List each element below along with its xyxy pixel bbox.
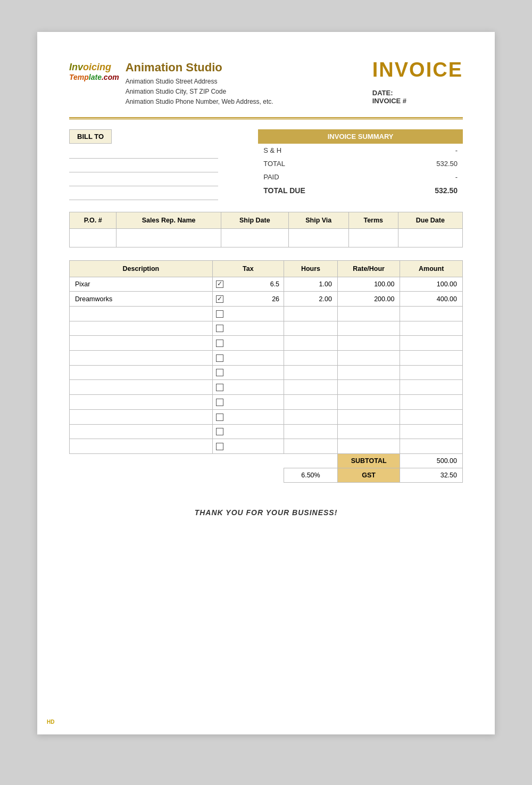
item-5-rate: [337, 336, 400, 351]
logo-oicing-text: oicing: [83, 62, 111, 72]
order-data-row: [70, 228, 463, 247]
gst-pct-val: 6.50%: [284, 468, 338, 483]
item-5-amount: [400, 336, 463, 351]
item-6-cb: [212, 351, 248, 366]
item-row-2: Dreamworks 26 2.00 200.00 400.00: [70, 292, 463, 307]
item-3-cb: [212, 306, 248, 321]
item-5-hours: [284, 336, 338, 351]
item-1-amount: 100.00: [400, 277, 463, 292]
header-right: INVOICE DATE: INVOICE #: [372, 59, 463, 105]
item-10-tax-val: [248, 409, 284, 424]
item-8-checkbox[interactable]: [216, 384, 223, 391]
item-9-cb: [212, 395, 248, 410]
summary-row-paid: PAID -: [258, 170, 463, 184]
logo-late-text: late: [89, 73, 102, 81]
subtotal-row: SUBTOTAL 500.00: [70, 454, 463, 468]
item-11-tax-val: [248, 424, 284, 439]
logo-temp-text: Temp: [69, 73, 89, 81]
item-7-amount: [400, 365, 463, 380]
item-1-tax-val: 6.5: [248, 277, 284, 292]
item-4-tax-val: [248, 321, 284, 336]
item-5-cb: [212, 336, 248, 351]
item-5-checkbox[interactable]: [216, 340, 223, 347]
item-4-hours: [284, 321, 338, 336]
subtotal-empty2: [284, 454, 338, 468]
subtotal-label: SUBTOTAL: [337, 454, 400, 468]
bill-summary-row: BILL TO INVOICE SUMMARY S & H - TOTAL: [69, 129, 463, 200]
item-row-5: [70, 336, 463, 351]
item-row-11: [70, 424, 463, 439]
company-city: Animation Studio City, ST ZIP Code: [126, 87, 273, 97]
item-12-rate: [337, 439, 400, 454]
item-6-checkbox[interactable]: [216, 354, 223, 362]
item-7-cb: [212, 365, 248, 380]
bill-to-line-1: [69, 149, 218, 159]
order-th-sales: Sales Rep. Name: [117, 212, 221, 228]
summary-paid-label: PAID: [258, 170, 383, 184]
item-10-cb: [212, 409, 248, 424]
item-7-checkbox[interactable]: [216, 369, 223, 376]
item-3-rate: [337, 306, 400, 321]
item-7-hours: [284, 365, 338, 380]
items-th-rate: Rate/Hour: [337, 260, 400, 277]
summary-sh-label: S & H: [258, 144, 383, 157]
item-10-checkbox[interactable]: [216, 414, 223, 421]
item-8-tax-val: [248, 380, 284, 395]
item-9-desc: [70, 395, 213, 410]
order-shipdate-val: [221, 228, 288, 247]
item-6-rate: [337, 351, 400, 366]
order-th-duedate: Due Date: [398, 212, 462, 228]
item-12-cb: [212, 439, 248, 454]
item-7-tax-val: [248, 365, 284, 380]
items-th-desc: Description: [70, 260, 213, 277]
logo-invoicing: Invoicing: [69, 62, 119, 73]
item-11-hours: [284, 424, 338, 439]
item-11-checkbox[interactable]: [216, 428, 223, 435]
summary-paid-value: -: [383, 170, 463, 184]
items-table-wrap: Description Tax Hours Rate/Hour Amount P…: [69, 260, 463, 483]
invoice-summary-block: INVOICE SUMMARY S & H - TOTAL 532.50 PAI…: [258, 129, 463, 197]
item-row-4: [70, 321, 463, 336]
subtotal-value: 500.00: [400, 454, 463, 468]
item-2-hours: 2.00: [284, 292, 338, 307]
bill-to-line-2: [69, 163, 218, 172]
item-4-checkbox[interactable]: [216, 325, 223, 332]
item-3-amount: [400, 306, 463, 321]
order-th-shipdate: Ship Date: [221, 212, 288, 228]
item-12-checkbox[interactable]: [216, 443, 223, 450]
item-12-amount: [400, 439, 463, 454]
item-4-cb: [212, 321, 248, 336]
order-table-wrap: P.O. # Sales Rep. Name Ship Date Ship Vi…: [69, 212, 463, 247]
items-header-row: Description Tax Hours Rate/Hour Amount: [70, 260, 463, 277]
order-th-terms: Terms: [348, 212, 398, 228]
item-12-desc: [70, 439, 213, 454]
invoice-summary-header: INVOICE SUMMARY: [258, 129, 463, 144]
date-label: DATE:: [372, 89, 393, 97]
item-1-hours: 1.00: [284, 277, 338, 292]
item-2-checkbox[interactable]: [216, 295, 223, 303]
item-1-checkbox[interactable]: [216, 280, 223, 288]
invoice-summary-table: S & H - TOTAL 532.50 PAID - TOTAL DUE 53…: [258, 144, 463, 197]
order-shipvia-val: [288, 228, 348, 247]
item-12-hours: [284, 439, 338, 454]
item-8-desc: [70, 380, 213, 395]
item-3-checkbox[interactable]: [216, 310, 223, 318]
item-row-3: [70, 306, 463, 321]
item-6-amount: [400, 351, 463, 366]
item-8-hours: [284, 380, 338, 395]
date-row: DATE:: [372, 89, 463, 97]
item-3-hours: [284, 306, 338, 321]
invoice-page: Invoicing Template.com Animation Studio …: [37, 32, 495, 734]
item-11-desc: [70, 424, 213, 439]
item-row-10: [70, 409, 463, 424]
item-4-rate: [337, 321, 400, 336]
item-4-desc: [70, 321, 213, 336]
thank-you: THANK YOU FOR YOUR BUSINESS!: [69, 508, 463, 517]
item-9-tax-val: [248, 395, 284, 410]
item-10-hours: [284, 409, 338, 424]
item-9-checkbox[interactable]: [216, 399, 223, 406]
item-10-amount: [400, 409, 463, 424]
item-row-7: [70, 365, 463, 380]
company-street: Animation Studio Street Address: [126, 77, 273, 87]
item-row-1: Pixar 6.5 1.00 100.00 100.00: [70, 277, 463, 292]
